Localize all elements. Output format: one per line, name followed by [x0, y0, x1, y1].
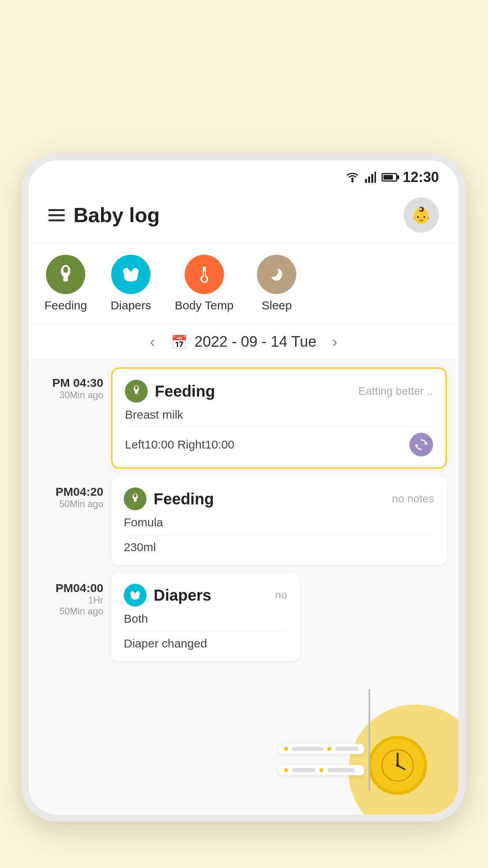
time-main-3: PM04:00	[40, 581, 103, 595]
category-sleep[interactable]: Sleep	[257, 255, 296, 312]
svg-point-14	[135, 386, 138, 390]
category-feeding[interactable]: Feeding	[44, 255, 87, 312]
time-ago-1: 30Min ago	[40, 390, 103, 401]
date-nav: ‹ 📅 2022 - 09 - 14 Tue ›	[29, 324, 459, 360]
svg-rect-1	[365, 179, 367, 183]
refresh-button-1[interactable]	[409, 433, 433, 456]
time-ago-3: 1Hr 50Min ago	[40, 595, 103, 617]
svg-rect-2	[368, 177, 370, 183]
decorative-element	[309, 665, 459, 815]
svg-point-7	[63, 267, 68, 273]
card-subtitle-1: Breast milk	[125, 408, 433, 421]
category-diapers[interactable]: Diapers	[110, 255, 151, 312]
card-note-3: no	[275, 589, 287, 601]
card-detail-1: Left10:00 Right10:00	[125, 438, 235, 451]
time-main-1: PM 04:30	[40, 376, 103, 390]
wifi-icon	[345, 172, 360, 183]
category-label-bodytemp: Body Temp	[175, 299, 234, 312]
svg-point-0	[351, 180, 354, 182]
card-subtitle-2: Fomula	[124, 516, 434, 529]
card-title-2: Feeding	[154, 490, 214, 508]
date-text: 2022 - 09 - 14 Tue	[194, 333, 317, 350]
time-main-2: PM04:20	[40, 485, 103, 498]
svg-rect-18	[134, 499, 136, 502]
timeline-row-1: PM 04:30 30Min ago	[40, 368, 447, 469]
card-note-2: no notes	[392, 493, 434, 505]
svg-point-23	[396, 764, 399, 767]
svg-rect-6	[63, 277, 68, 281]
card-detail-2: 230ml	[124, 541, 156, 554]
svg-point-11	[202, 277, 207, 281]
next-date-button[interactable]: ›	[328, 333, 341, 351]
app-title: Baby log	[73, 203, 160, 227]
card-detail-3: Diaper changed	[124, 637, 207, 650]
category-label-feeding: Feeding	[44, 299, 87, 312]
card-subtitle-3: Both	[124, 612, 287, 625]
timeline-section: PM 04:30 30Min ago	[29, 360, 459, 815]
avatar[interactable]: 👶	[404, 197, 439, 233]
category-label-diapers: Diapers	[110, 299, 151, 312]
status-time: 12:30	[403, 169, 439, 186]
activity-card-2[interactable]: Feeding no notes Fomula 230ml	[111, 476, 447, 565]
category-bodytemp[interactable]: Body Temp	[175, 255, 234, 312]
timeline-row-2: PM04:20 50Min ago	[40, 476, 447, 565]
app-header: Baby log 👶	[29, 189, 459, 243]
categories-bar: Feeding Diapers	[29, 243, 459, 324]
card-title-3: Diapers	[154, 587, 211, 604]
svg-rect-3	[371, 174, 373, 183]
svg-point-19	[134, 494, 136, 498]
time-label-2: PM04:20 50Min ago	[40, 476, 103, 509]
time-label-3: PM04:00 1Hr 50Min ago	[40, 573, 103, 617]
phone-mockup: 12:30 Baby log 👶	[22, 153, 466, 822]
activity-card-1[interactable]: Feeding Eatting better .. Breast milk Le…	[111, 368, 447, 469]
hamburger-menu[interactable]	[48, 209, 65, 221]
card-title-1: Feeding	[155, 383, 215, 400]
activity-card-3[interactable]: Diapers no Both Diaper changed	[111, 573, 300, 661]
status-bar: 12:30	[29, 160, 459, 189]
time-ago-2: 50Min ago	[40, 498, 103, 509]
time-label-1: PM 04:30 30Min ago	[40, 368, 103, 401]
battery-icon	[382, 173, 397, 182]
signal-icon	[365, 172, 376, 183]
prev-date-button[interactable]: ‹	[146, 333, 159, 351]
svg-rect-13	[135, 392, 138, 394]
card-note-1: Eatting better ..	[358, 385, 433, 397]
avatar-emoji: 👶	[411, 206, 431, 224]
svg-rect-4	[374, 172, 376, 183]
timeline-row-3: PM04:00 1Hr 50Min ago Diapers	[40, 573, 447, 661]
category-label-sleep: Sleep	[262, 299, 292, 312]
calendar-icon: 📅	[171, 334, 187, 350]
